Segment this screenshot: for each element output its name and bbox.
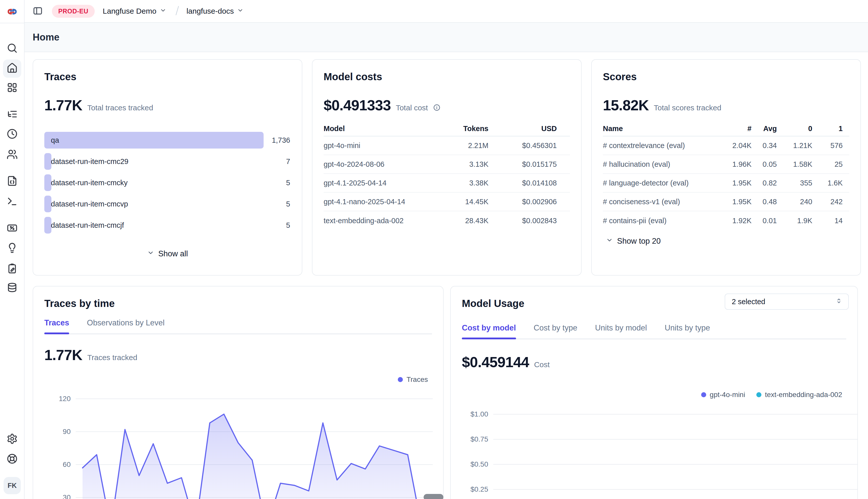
scores-title: Scores	[603, 71, 849, 83]
tab-observations-by-level[interactable]: Observations by Level	[87, 318, 165, 333]
model-costs-title: Model costs	[324, 71, 570, 83]
row-value: 240	[777, 198, 812, 206]
chevron-down-icon	[606, 236, 613, 246]
sidebar-item-settings[interactable]	[3, 430, 21, 448]
show-top-20-button[interactable]: Show top 20	[603, 236, 661, 246]
row-label: gpt-4.1-nano-2025-04-14	[324, 198, 405, 206]
sidebar-item-annotation[interactable]	[3, 260, 21, 278]
trace-count: 5	[286, 221, 290, 230]
sidebar-item-home[interactable]	[3, 60, 21, 78]
svg-text:$0.50: $0.50	[471, 460, 488, 468]
legend-label: gpt-4o-mini	[710, 391, 745, 399]
org-name: Langfuse Demo	[103, 7, 156, 15]
row-value: 0.34	[751, 142, 777, 150]
trace-list-item[interactable]: dataset-run-item-cmc297	[44, 153, 291, 170]
sidebar-item-support[interactable]	[3, 450, 21, 468]
info-icon[interactable]	[433, 104, 441, 112]
show-all-button[interactable]: Show all	[44, 249, 291, 258]
column-header: 1	[812, 124, 843, 133]
row-value: $0.456301	[488, 142, 557, 150]
traces-total: 1.77K	[44, 97, 82, 114]
sidebar-item-prompts[interactable]	[3, 172, 21, 191]
model-costs-total-label: Total cost	[396, 104, 428, 112]
sidebar-item-tracing[interactable]	[3, 106, 21, 124]
sidebar-item-evaluators[interactable]	[3, 219, 21, 238]
column-header: #	[711, 124, 751, 133]
model-cost-row: gpt-4o-2024-08-063.13K$0.015175	[324, 155, 570, 174]
row-value: 576	[812, 142, 843, 150]
score-row: # contains-pii (eval)1.92K0.011.9K14	[603, 211, 849, 230]
trace-bar	[44, 132, 264, 148]
scores-total: 15.82K	[603, 97, 649, 114]
row-value: 1.58K	[777, 160, 812, 169]
project-name: langfuse-docs	[187, 7, 234, 15]
trace-count: 5	[286, 179, 290, 187]
trace-bar	[44, 153, 51, 170]
row-label: # contextrelevance (eval)	[603, 142, 711, 150]
model-select-value: 2 selected	[732, 297, 765, 306]
horizontal-scrollbar-thumb[interactable]	[424, 494, 443, 499]
database-icon	[7, 282, 18, 294]
model-cost-row: gpt-4.1-2025-04-143.38K$0.014108	[324, 174, 570, 193]
org-switcher[interactable]: Langfuse Demo	[103, 7, 166, 15]
sidebar-item-playground[interactable]	[3, 193, 21, 211]
row-value: 1.95K	[711, 179, 751, 187]
sidebar-item-search[interactable]	[3, 39, 21, 58]
breadcrumb-slash-icon	[174, 5, 181, 17]
sidebar: FK	[0, 0, 25, 499]
model-cost-row: gpt-4o-mini2.21M$0.456301	[324, 136, 570, 155]
usage-cost-label: Cost	[534, 360, 550, 369]
usage-chart-legend: gpt-4o-minitext-embedding-ada-002	[701, 391, 842, 399]
trace-list-item[interactable]: dataset-run-item-cmcky5	[44, 174, 291, 191]
legend-dot	[701, 392, 706, 397]
legend-item[interactable]: Traces	[398, 376, 428, 384]
sidebar-toggle-button[interactable]	[33, 6, 43, 17]
column-header: 0	[777, 124, 812, 133]
model-usage-chart: $1.00$0.75$0.50$0.25	[458, 405, 858, 499]
model-costs-table: ModelTokensUSDgpt-4o-mini2.21M$0.456301g…	[324, 121, 570, 230]
row-value: 28.43K	[405, 217, 488, 225]
row-value: $0.002843	[488, 217, 557, 225]
row-value: 355	[777, 179, 812, 187]
model-select-dropdown[interactable]: 2 selected	[725, 293, 849, 310]
row-value: 14	[812, 217, 843, 225]
chevron-down-icon	[237, 7, 243, 15]
sidebar-item-sessions[interactable]	[3, 125, 21, 144]
user-avatar[interactable]: FK	[3, 477, 21, 494]
traces-total-label: Total traces tracked	[87, 104, 153, 112]
sidebar-item-dashboards[interactable]	[3, 79, 21, 97]
trace-list-item[interactable]: dataset-run-item-cmcvp5	[44, 196, 291, 212]
trace-list-item[interactable]: qa1,736	[44, 132, 291, 148]
score-row: # language-detector (eval)1.95K0.823551.…	[603, 174, 849, 193]
project-switcher[interactable]: langfuse-docs	[187, 7, 244, 15]
langfuse-logo-icon[interactable]	[3, 2, 21, 21]
clock-icon	[7, 128, 18, 141]
scores-card: Scores 15.82K Total scores tracked Name#…	[591, 59, 861, 276]
row-value: $0.014108	[488, 179, 557, 187]
tab-units-by-type[interactable]: Units by type	[665, 324, 710, 339]
legend-item[interactable]: gpt-4o-mini	[701, 391, 745, 399]
row-label: gpt-4.1-2025-04-14	[324, 179, 405, 187]
trace-name: dataset-run-item-cmc29	[51, 157, 128, 166]
tab-cost-by-type[interactable]: Cost by type	[534, 324, 577, 339]
row-value: 1.21K	[777, 142, 812, 150]
trace-name: qa	[51, 136, 59, 145]
row-label: gpt-4o-mini	[324, 142, 405, 150]
legend-label: text-embedding-ada-002	[765, 391, 842, 399]
column-header: USD	[488, 124, 557, 133]
sidebar-item-insights[interactable]	[3, 239, 21, 258]
row-value: $0.015175	[488, 160, 557, 169]
users-icon	[7, 149, 18, 161]
tab-cost-by-model[interactable]: Cost by model	[462, 324, 516, 339]
sidebar-item-datasets[interactable]	[3, 279, 21, 297]
tab-units-by-model[interactable]: Units by model	[595, 324, 647, 339]
legend-item[interactable]: text-embedding-ada-002	[756, 391, 842, 399]
file-braces-icon	[7, 175, 18, 187]
row-value: 14.45K	[405, 198, 488, 206]
traces-card-title: Traces	[44, 71, 291, 83]
panel-left-icon	[33, 6, 43, 17]
sidebar-item-users[interactable]	[3, 146, 21, 164]
row-value: $0.002906	[488, 198, 557, 206]
tab-traces[interactable]: Traces	[44, 318, 69, 333]
trace-list-item[interactable]: dataset-run-item-cmcjf5	[44, 217, 291, 233]
